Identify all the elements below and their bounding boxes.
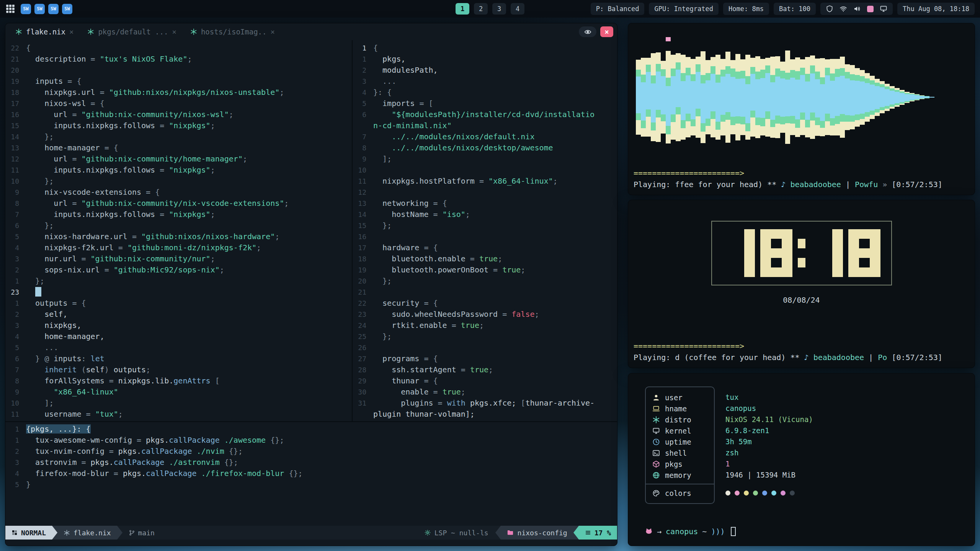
command-line: [5, 540, 617, 546]
git-branch-icon: [129, 530, 135, 536]
now-playing: Playing: d (coffee for your head) ** ♪ b…: [634, 352, 969, 363]
code-line: 5}: [5, 479, 617, 490]
code-line: 4 firefox-mod-blur = pkgs.callPackage ./…: [5, 468, 617, 479]
fetch-label: shell: [665, 449, 687, 457]
project-segment: nixos-config: [501, 526, 573, 540]
code-line: 7 inputs.nixpkgs.follows = "nixpkgs";: [5, 209, 352, 220]
cat-icon: [645, 528, 653, 535]
code-line: 22 security = {: [353, 298, 617, 309]
tab-pkgs-default-[interactable]: pkgs/default ...×: [80, 23, 183, 40]
clock-digit-1: [811, 229, 843, 277]
nix-snowflake-icon: [15, 28, 22, 35]
code-line: 15 inputs.nixpkgs.follows = "nixpkgs";: [5, 120, 352, 131]
code-line: 6 "${modulesPath}/installer/cd-dvd/insta…: [353, 109, 617, 120]
eye-icon: [584, 28, 591, 36]
code-line: 1 };: [5, 276, 352, 287]
branch-name: main: [138, 529, 155, 537]
code-line: 20: [5, 65, 352, 76]
iso-image-pane[interactable]: 1{1 pkgs,2 modulesPath,3 ...4}: {5 impor…: [353, 40, 617, 421]
app-launcher-icon[interactable]: [5, 4, 15, 14]
flake-nix-pane[interactable]: 22{21 description = "tux's NixOS Flake";…: [5, 40, 352, 421]
code-line: 12: [353, 187, 617, 198]
code-line: 10: [353, 165, 617, 176]
mode-icon: [11, 530, 18, 536]
code-line: 28 ssh.startAgent = true;: [353, 364, 617, 375]
color-dot: [753, 491, 758, 496]
tag-button-1[interactable]: SW: [21, 4, 31, 14]
clock-colon: [798, 229, 805, 277]
fetch-label: colors: [665, 489, 691, 497]
desktop: SWSWSWSW 1234 P: BalancedGPU: Integrated…: [0, 0, 980, 551]
code-line: 21 description = "tux's NixOS Flake";: [5, 54, 352, 65]
code-line: 14 };: [5, 131, 352, 142]
clock-icon: [652, 438, 660, 446]
fetch-value-kernel: 6.9.8-zen1: [725, 425, 813, 436]
workspace-button-3[interactable]: 3: [492, 3, 506, 15]
workspace-button-2[interactable]: 2: [474, 3, 488, 15]
tab-close-icon[interactable]: ×: [172, 28, 176, 36]
code-line: 13 home-manager = {: [5, 142, 352, 153]
nix-snowflake-icon: [87, 28, 94, 35]
code-line: 2 self,: [5, 309, 352, 320]
status-widget-p: P: Balanced: [591, 3, 645, 15]
code-line: 7 ../../modules/nixos/default.nix: [353, 131, 617, 142]
code-line: 18 bluetooth.enable = true;: [353, 253, 617, 264]
code-line: 21: [353, 287, 617, 298]
color-dot: [762, 491, 767, 496]
code-line: 14 hostName = "iso";: [353, 209, 617, 220]
now-playing: Playing: ffee for your head) ** ♪ beabad…: [634, 179, 969, 190]
status-widget-home: Home: 8ms: [723, 3, 769, 15]
pkgs-default-pane[interactable]: 1{pkgs, ...}: {1 tux-awesome-wm-config =…: [5, 422, 617, 526]
tag-button-3[interactable]: SW: [48, 4, 59, 14]
shield-icon: [826, 5, 833, 13]
color-indicator: [867, 6, 874, 12]
code-line: 6 } @ inputs: let: [5, 353, 352, 364]
window-toggle-button[interactable]: [579, 26, 596, 37]
clock-widget: Thu Aug 08, 18:18: [897, 3, 975, 15]
clock-text: Thu Aug 08, 18:18: [903, 5, 969, 13]
code-line: 15 };: [353, 220, 617, 231]
shell-prompt[interactable]: → canopus ~ ))): [645, 527, 975, 536]
fetch-value-uptime: 3h 59m: [725, 436, 813, 447]
system-fetch-window[interactable]: userhnamedistrokerneluptimeshellpkgsmemo…: [628, 373, 975, 546]
globe-icon: [652, 471, 660, 479]
tab-close-icon[interactable]: ×: [270, 28, 274, 36]
fetch-separator: [646, 484, 714, 484]
clock-window[interactable]: 08/08/24 =======================> Playin…: [628, 200, 975, 368]
nix-snowflake-icon: [64, 530, 70, 536]
code-line: 17 nixos-wsl = {: [5, 98, 352, 109]
powerline-separator: [52, 526, 57, 540]
music-visualizer-window[interactable]: =======================> Playing: ffee f…: [628, 23, 975, 195]
workspace-button-1[interactable]: 1: [456, 3, 469, 15]
code-line: 3 ...: [353, 76, 617, 87]
code-line: 3 astronvim = pkgs.callPackage ./astronv…: [5, 457, 617, 468]
clock-digit-8: [760, 229, 792, 277]
fetch-value-memory: 1946 | 15394 MiB: [725, 469, 813, 481]
code-line: 30 enable = true;: [353, 386, 617, 398]
status-widget-gpu: GPU: Integrated: [649, 3, 719, 15]
window-close-button[interactable]: ×: [600, 26, 613, 37]
audio-waveform: [634, 27, 969, 167]
tag-button-2[interactable]: SW: [34, 4, 45, 14]
workspace-button-4[interactable]: 4: [511, 3, 524, 15]
code-line: 3 nur.url = "github:nix-community/nur";: [5, 253, 352, 264]
neovim-window[interactable]: flake.nix×pkgs/default ...×hosts/isoImag…: [5, 23, 617, 546]
powerline-separator: [573, 526, 579, 540]
track-progress: =======================>: [634, 340, 969, 352]
code-line: 23 sudo.wheelNeedsPassword = false;: [353, 309, 617, 320]
tab-hosts-isoimag-[interactable]: hosts/isoImag..×: [183, 23, 282, 40]
tab-flake-nix[interactable]: flake.nix×: [8, 23, 80, 40]
tag-button-4[interactable]: SW: [62, 4, 72, 14]
code-line: 1{: [353, 42, 617, 54]
fetch-row-kernel: kernel: [646, 425, 714, 436]
code-line: 1 tux-awesome-wm-config = pkgs.callPacka…: [5, 435, 617, 446]
nix-snowflake-icon: [190, 28, 197, 35]
code-line: 7 inherit (self) outputs;: [5, 364, 352, 375]
fetch-row-uptime: uptime: [646, 436, 714, 447]
code-line: 2 modulesPath,: [353, 65, 617, 76]
code-line: 5 ...: [5, 342, 352, 353]
lsp-segment: LSP ~ null-ls: [417, 529, 495, 537]
color-dot: [790, 491, 795, 496]
laptop-icon: [652, 405, 660, 412]
tab-close-icon[interactable]: ×: [69, 28, 74, 36]
